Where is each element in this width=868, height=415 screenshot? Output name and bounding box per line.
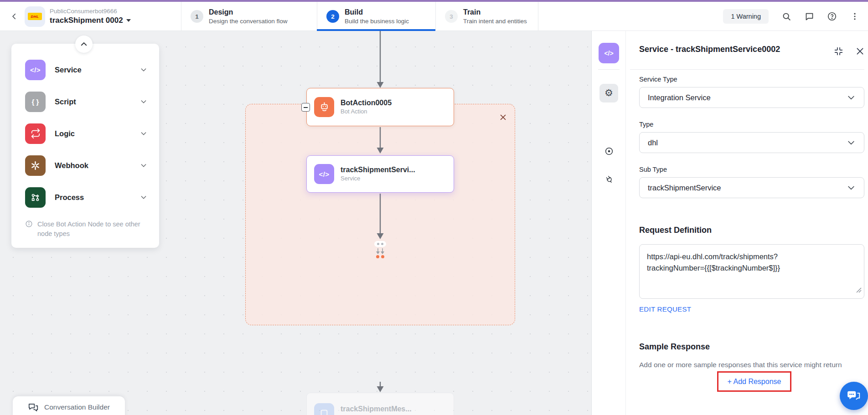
tab-design[interactable]: 1 Design Design the conversation flow (191, 2, 288, 31)
sub-type-select[interactable]: trackShipmentService (639, 177, 864, 198)
header-divider (538, 2, 538, 31)
connection-dot[interactable] (381, 255, 384, 258)
sidebar-item-label: Service (55, 66, 131, 74)
chat-fab-icon (847, 389, 861, 402)
tab-train-label: Train (463, 8, 527, 17)
request-url-line2: trackingNumber={{[$trackingNumber$]}} (647, 262, 857, 274)
service-component-button[interactable]: </> (599, 43, 619, 63)
node-title: BotAction0005 (341, 98, 392, 108)
active-tab-underline (317, 29, 435, 31)
step-badge-design: 1 (191, 10, 203, 23)
tab-design-description: Design the conversation flow (209, 17, 288, 26)
header-divider (435, 2, 436, 31)
flow-canvas[interactable]: BotAction0005 Bot Action </> trackShipme… (0, 31, 591, 415)
message-node[interactable]: trackShipmentMes... Message (306, 393, 454, 415)
close-region-icon[interactable] (497, 111, 509, 123)
add-response-button[interactable]: + Add Response (728, 378, 781, 386)
chevron-down-icon (847, 93, 856, 102)
panel-divider (630, 69, 864, 70)
connection-dot[interactable] (376, 255, 379, 258)
header-divider (317, 2, 317, 31)
sidebar-item-process[interactable]: Process (11, 181, 159, 213)
header-divider (181, 2, 181, 31)
sidebar-item-label: Logic (55, 129, 131, 138)
type-value: dhl (648, 138, 658, 147)
info-icon (25, 220, 33, 239)
caret-down-icon (126, 19, 131, 22)
service-node[interactable]: </> trackShipmentServi... Service (306, 155, 454, 193)
collapse-palette-button[interactable] (75, 36, 93, 53)
service-type-select[interactable]: Integration Service (639, 87, 864, 108)
tab-train[interactable]: 3 Train Train intent and entities (445, 2, 527, 31)
robot-icon (314, 97, 334, 117)
sidebar-item-script[interactable]: { } Script (11, 86, 159, 118)
tab-design-label: Design (209, 8, 288, 17)
request-definition-heading: Request Definition (639, 225, 864, 235)
chevron-up-icon (80, 40, 88, 48)
chevron-down-icon (140, 130, 147, 137)
node-title: trackShipmentServi... (341, 165, 415, 175)
node-subtitle: Bot Action (341, 108, 392, 116)
message-icon (314, 403, 334, 415)
settings-gear-icon[interactable]: ⚙ (599, 84, 618, 102)
sidebar-item-label: Script (55, 97, 131, 106)
chevron-down-icon (140, 162, 147, 169)
sample-response-description: Add one or more sample responses that th… (639, 359, 851, 370)
conversation-builder-tab[interactable]: Conversation Builder (13, 396, 125, 415)
back-button[interactable] (8, 10, 20, 22)
strip-divider (598, 69, 620, 70)
tab-build-label: Build (345, 8, 409, 17)
service-type-value: Integration Service (648, 93, 711, 102)
panel-icon-strip: </> ⚙ (592, 31, 626, 415)
sidebar-item-label: Process (55, 193, 131, 202)
step-badge-build: 2 (326, 10, 339, 23)
add-response-annotation-box: + Add Response (717, 371, 791, 392)
connector-pill[interactable] (374, 241, 386, 247)
sidebar-item-webhook[interactable]: Webhook (11, 149, 159, 181)
panel-content: Service - trackShipmentService0002 Servi… (639, 31, 864, 392)
help-icon[interactable] (827, 11, 837, 21)
webhook-icon (25, 155, 46, 176)
properties-panel: </> ⚙ Service - trackShipmentService0002 (591, 31, 868, 415)
type-label: Type (639, 121, 864, 128)
request-definition-input[interactable]: https://api-eu.dhl.com/track/shipments? … (639, 244, 864, 299)
sub-type-value: trackShipmentService (648, 184, 721, 192)
search-icon[interactable] (781, 11, 791, 21)
top-accent-bar (0, 0, 868, 2)
tab-build[interactable]: 2 Build Build the business logic (326, 2, 409, 31)
panel-header: Service - trackShipmentService0002 (639, 31, 864, 69)
collapse-bot-action-button[interactable] (301, 103, 310, 112)
bot-action-node[interactable]: BotAction0005 Bot Action (306, 88, 454, 126)
task-name-dropdown[interactable]: trackShipment 0002 (50, 15, 131, 25)
sidebar-item-logic[interactable]: Logic (11, 118, 159, 149)
warnings-button[interactable]: 1 Warning (723, 9, 769, 24)
chevron-down-icon (847, 183, 856, 192)
minimize-panel-icon[interactable] (834, 46, 844, 56)
chat-bubbles-icon (28, 402, 39, 413)
sidebar-item-label: Webhook (55, 161, 131, 170)
chevron-down-icon (140, 194, 147, 201)
service-type-label: Service Type (639, 76, 864, 83)
code-icon: </> (314, 164, 334, 184)
step-badge-train: 3 (445, 10, 458, 23)
script-icon: { } (25, 92, 46, 112)
edit-request-link[interactable]: EDIT REQUEST (639, 305, 691, 313)
kebab-menu-icon[interactable] (850, 11, 860, 21)
tab-build-description: Build the business logic (345, 17, 409, 26)
bot-logo: DHL (25, 6, 45, 27)
node-title: trackShipmentMes... (341, 405, 412, 414)
close-panel-icon[interactable] (855, 46, 865, 56)
app-window: DHL PublicConsumerbot9666 trackShipment … (0, 0, 868, 415)
resize-handle[interactable] (856, 285, 862, 296)
bot-identity: PublicConsumerbot9666 trackShipment 0002 (50, 8, 131, 25)
palette-note: Close Bot Action Node to see other node … (11, 213, 159, 239)
chevron-left-icon (10, 12, 18, 20)
type-select[interactable]: dhl (639, 132, 864, 153)
sidebar-item-service[interactable]: </> Service (11, 54, 159, 86)
task-name: trackShipment 0002 (50, 15, 123, 25)
bot-name: PublicConsumerbot9666 (50, 8, 131, 15)
plug-icon[interactable] (601, 172, 616, 187)
chat-fab[interactable] (840, 382, 868, 410)
comment-icon[interactable] (804, 11, 814, 21)
target-icon[interactable] (604, 146, 615, 157)
